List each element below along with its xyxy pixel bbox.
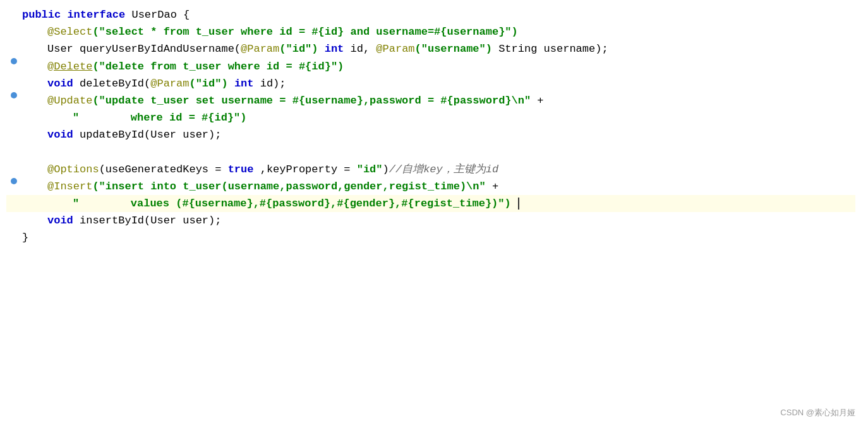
- line-content: void insertById(User user);: [22, 212, 855, 229]
- watermark: CSDN @素心如月娅: [780, 407, 855, 418]
- code-line: @Update("update t_user set username = #{…: [6, 92, 855, 109]
- code-container: public interface UserDao {@Select("selec…: [0, 0, 868, 426]
- breakpoint-icon: [11, 58, 17, 64]
- code-line: void insertById(User user);: [6, 212, 855, 229]
- line-content: public interface UserDao {: [22, 6, 855, 23]
- line-content: " where id = #{id}"): [22, 109, 855, 126]
- code-line: " where id = #{id}"): [6, 109, 855, 126]
- gutter: [9, 58, 18, 64]
- line-content: }: [22, 229, 855, 246]
- code-line: void updateById(User user);: [6, 126, 855, 143]
- code-line: @Options(useGeneratedKeys = true ,keyPro…: [6, 161, 855, 178]
- code-line: @Delete("delete from t_user where id = #…: [6, 58, 855, 75]
- code-line: User queryUserByIdAndUsername(@Param("id…: [6, 40, 855, 57]
- code-line: [6, 144, 855, 161]
- line-content: @Options(useGeneratedKeys = true ,keyPro…: [22, 161, 855, 178]
- line-content: void deleteById(@Param("id") int id);: [22, 75, 855, 92]
- line-content: @Update("update t_user set username = #{…: [22, 92, 855, 109]
- code-line: void deleteById(@Param("id") int id);: [6, 75, 855, 92]
- line-content: @Insert("insert into t_user(username,pas…: [22, 178, 855, 195]
- breakpoint-icon: [11, 92, 17, 98]
- line-content: @Select("select * from t_user where id =…: [22, 23, 855, 40]
- code-line: @Select("select * from t_user where id =…: [6, 23, 855, 40]
- gutter: [9, 178, 18, 184]
- code-block: public interface UserDao {@Select("selec…: [0, 6, 868, 246]
- line-content: " values (#{username},#{password},#{gend…: [22, 195, 855, 212]
- line-content: User queryUserByIdAndUsername(@Param("id…: [22, 40, 855, 57]
- code-line: @Insert("insert into t_user(username,pas…: [6, 178, 855, 195]
- line-content: @Delete("delete from t_user where id = #…: [22, 58, 855, 75]
- code-line: " values (#{username},#{password},#{gend…: [6, 195, 855, 212]
- breakpoint-icon: [11, 178, 17, 184]
- line-content: void updateById(User user);: [22, 126, 855, 143]
- code-line: public interface UserDao {: [6, 6, 855, 23]
- code-line: }: [6, 229, 855, 246]
- gutter: [9, 92, 18, 98]
